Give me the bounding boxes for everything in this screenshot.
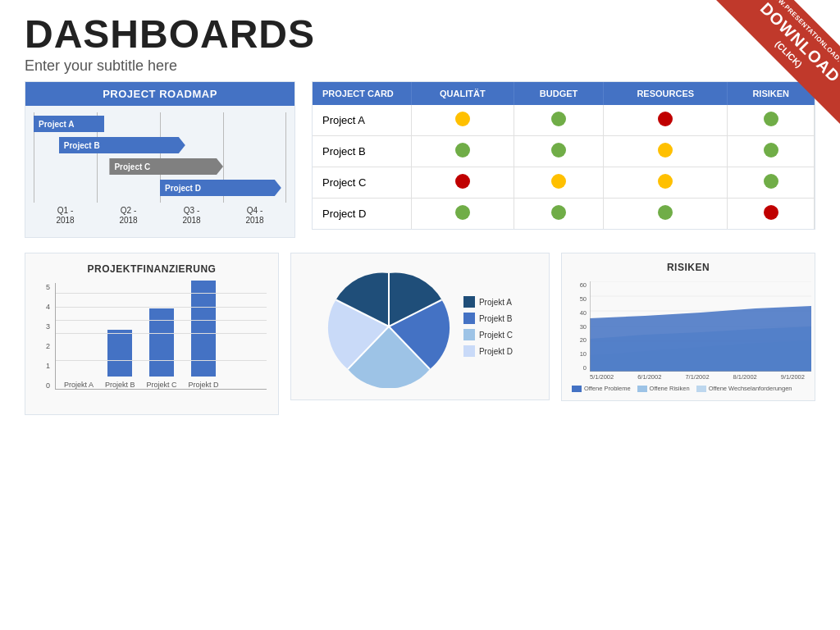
legend-label-a: Projekt A	[479, 298, 512, 307]
pie-svg	[327, 265, 450, 388]
table-row: Project C	[313, 167, 815, 199]
resources-cell	[604, 199, 728, 230]
risiken-legend-color-1	[572, 386, 582, 392]
rx-label-3: 7/1/2002	[685, 373, 709, 381]
bar-chart-section: PROJEKTFINANZIERUNG 0 1 2 3 4 5	[25, 253, 279, 415]
legend-item-a: Projekt A	[463, 296, 513, 308]
row-name: Project B	[313, 136, 411, 167]
area-chart-svg	[590, 281, 811, 372]
status-dot-green	[455, 143, 470, 158]
pie-chart	[327, 265, 450, 388]
quarter-q1: Q1 -2018	[34, 206, 97, 226]
col-header-project: PROJECT CARD	[313, 82, 411, 105]
y-label-2: 2	[37, 342, 50, 350]
ry-0: 0	[572, 364, 587, 372]
status-dot-green	[551, 112, 566, 126]
status-dot-yellow	[455, 112, 470, 126]
legend-color-a	[463, 296, 475, 308]
qualitat-cell	[411, 105, 514, 136]
status-dot-green	[455, 205, 470, 220]
risiken-legend-item-3: Offene Wechselanforderungen	[696, 385, 792, 392]
quarter-q2: Q2 -2018	[97, 206, 160, 226]
bar-chart-title: PROJEKTFINANZIERUNG	[37, 263, 267, 275]
y-label-4: 4	[37, 303, 50, 311]
roadmap-title: PROJECT ROADMAP	[25, 82, 294, 106]
col-header-qualitat: QUALITÄT	[411, 82, 514, 105]
area-1	[590, 306, 811, 372]
y-label-3: 3	[37, 322, 50, 331]
budget-cell	[514, 167, 604, 199]
status-dot-red	[764, 205, 778, 220]
download-banner-inner[interactable]: WWW.PRESENTATIONLOAD.COM DOWNLOAD (CLICK…	[716, 0, 840, 127]
row-name: Project A	[313, 105, 411, 136]
roadmap-section: PROJECT ROADMAP Project A	[25, 81, 295, 238]
legend-color-b	[463, 313, 475, 324]
legend-color-c	[463, 329, 475, 340]
ry-60: 60	[572, 281, 587, 289]
risiken-legend: Offene Probleme Offene Risiken Offene We…	[572, 385, 805, 392]
table-row: Project D	[313, 199, 815, 230]
status-dot-red	[455, 174, 470, 189]
legend-label-d: Projekt D	[479, 347, 513, 356]
roadmap-body: Project A Project B Project C Project D	[25, 106, 294, 229]
risiken-section: RISIKEN 0 10 20 30 40 50 60	[561, 253, 815, 401]
ry-10: 10	[572, 350, 587, 358]
risiken-legend-label-3: Offene Wechselanforderungen	[709, 385, 792, 392]
risiken-legend-label-1: Offene Probleme	[584, 385, 631, 392]
risiken-x-labels: 5/1/2002 6/1/2002 7/1/2002 8/1/2002 9/1/…	[590, 373, 805, 381]
risiken-legend-color-2	[637, 386, 647, 392]
budget-cell	[514, 105, 604, 136]
gantt-bar-a: Project A	[34, 116, 104, 132]
legend-item-b: Projekt B	[463, 313, 513, 324]
legend-label-b: Projekt B	[479, 314, 513, 323]
y-label-1: 1	[37, 362, 50, 370]
risiken-chart-area: 0 10 20 30 40 50 60	[572, 281, 805, 392]
pie-legend: Projekt A Projekt B Projekt C Projekt D	[463, 296, 513, 357]
ry-40: 40	[572, 309, 587, 317]
status-dot-green	[551, 205, 566, 220]
legend-color-d	[463, 345, 475, 357]
pie-chart-section: Projekt A Projekt B Projekt C Projekt D	[290, 253, 550, 400]
status-dot-red	[658, 112, 673, 126]
bottom-row: PROJEKTFINANZIERUNG 0 1 2 3 4 5	[25, 253, 815, 415]
qualitat-cell	[411, 167, 514, 199]
resources-cell	[604, 167, 728, 199]
row-name: Project C	[313, 167, 411, 199]
risiken-legend-color-3	[696, 386, 706, 392]
ry-30: 30	[572, 323, 587, 331]
legend-label-c: Projekt C	[479, 331, 513, 340]
rx-label-5: 9/1/2002	[781, 373, 805, 381]
legend-item-c: Projekt C	[463, 329, 513, 340]
status-dot-green	[658, 205, 673, 220]
quarter-q4: Q4 -2018	[223, 206, 286, 226]
rx-label-1: 5/1/2002	[590, 373, 614, 381]
status-dot-green	[764, 174, 778, 189]
risiken-title: RISIKEN	[572, 262, 805, 273]
qualitat-cell	[411, 136, 514, 167]
status-dot-yellow	[658, 143, 673, 158]
budget-cell	[514, 199, 604, 230]
download-banner: WWW.PRESENTATIONLOAD.COM DOWNLOAD (CLICK…	[684, 0, 840, 156]
gantt-bar-c: Project C	[109, 158, 223, 175]
ry-50: 50	[572, 295, 587, 303]
rx-label-2: 6/1/2002	[637, 373, 661, 381]
rx-label-4: 8/1/2002	[733, 373, 757, 381]
gantt-quarter-labels: Q1 -2018 Q2 -2018 Q3 -2018 Q4 -2018	[34, 206, 286, 226]
risiken-legend-label-2: Offene Risiken	[650, 385, 690, 392]
quarter-q3: Q3 -2018	[160, 206, 223, 226]
y-label-5: 5	[37, 283, 50, 291]
risiken-legend-item-2: Offene Risiken	[637, 385, 690, 392]
y-label-0: 0	[37, 381, 50, 390]
status-dot-green	[551, 143, 566, 158]
budget-cell	[514, 136, 604, 167]
legend-item-d: Projekt D	[463, 345, 513, 357]
risiken-cell	[728, 167, 815, 199]
status-dot-yellow	[658, 174, 673, 189]
gantt-bar-d: Project D	[160, 180, 281, 196]
qualitat-cell	[411, 199, 514, 230]
ry-20: 20	[572, 336, 587, 344]
col-header-budget: BUDGET	[514, 82, 604, 105]
row-name: Project D	[313, 199, 411, 230]
status-dot-yellow	[551, 174, 566, 189]
risiken-cell	[728, 199, 815, 230]
